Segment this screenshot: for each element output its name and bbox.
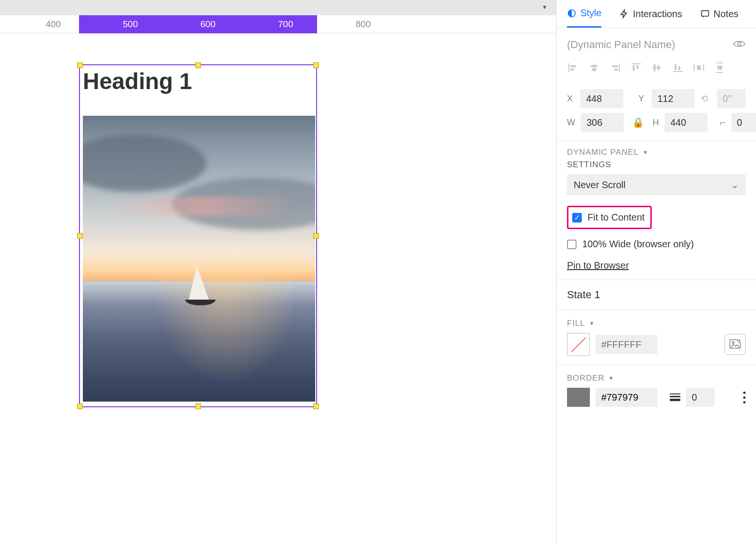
svg-rect-8 bbox=[592, 69, 597, 71]
align-top-icon[interactable] bbox=[630, 62, 642, 73]
distribute-h-icon[interactable] bbox=[693, 62, 705, 73]
svg-rect-4 bbox=[570, 65, 576, 67]
fill-header[interactable]: FILL▼ bbox=[567, 319, 746, 328]
style-icon bbox=[567, 9, 577, 18]
boat-graphic bbox=[185, 293, 214, 336]
canvas-toolbar: ▼ bbox=[0, 0, 556, 15]
h-label: H bbox=[653, 118, 659, 128]
canvas-body[interactable]: Heading 1 bbox=[0, 33, 556, 544]
notes-icon bbox=[700, 9, 710, 19]
svg-rect-14 bbox=[637, 65, 638, 69]
align-bottom-icon[interactable] bbox=[672, 62, 684, 73]
svg-rect-24 bbox=[716, 62, 723, 63]
svg-rect-6 bbox=[594, 63, 595, 72]
alignment-toolbar bbox=[557, 60, 756, 78]
border-width-icon[interactable] bbox=[670, 393, 680, 401]
lock-aspect-icon[interactable]: 🔒 bbox=[632, 117, 644, 128]
resize-handle-tr[interactable] bbox=[313, 62, 319, 68]
svg-rect-16 bbox=[654, 64, 656, 71]
dynamic-panel-header[interactable]: DYNAMIC PANEL▼ bbox=[567, 148, 746, 157]
chevron-down-icon: ▼ bbox=[589, 320, 595, 327]
chevron-down-icon: ▼ bbox=[608, 375, 615, 382]
toolbar-caret-icon[interactable]: ▼ bbox=[542, 4, 547, 10]
x-label: X bbox=[567, 94, 575, 104]
scroll-select-value: Never Scroll bbox=[574, 180, 626, 191]
svg-rect-12 bbox=[631, 63, 641, 64]
resize-handle-bm[interactable] bbox=[195, 403, 201, 409]
resize-handle-tm[interactable] bbox=[195, 62, 201, 68]
y-input[interactable] bbox=[652, 89, 695, 108]
visibility-icon[interactable] bbox=[733, 39, 746, 51]
hundred-wide-checkbox[interactable] bbox=[567, 240, 577, 249]
svg-rect-18 bbox=[673, 71, 683, 72]
horizontal-ruler[interactable]: 400 500 600 700 800 bbox=[0, 15, 556, 33]
tab-notes[interactable]: Notes bbox=[700, 8, 738, 28]
svg-rect-25 bbox=[716, 72, 723, 73]
properties-panel: Style Interactions Notes (Dynamic Panel … bbox=[556, 0, 756, 544]
tab-interactions[interactable]: Interactions bbox=[619, 8, 682, 28]
rotate-icon[interactable]: ⟲ bbox=[700, 93, 708, 104]
svg-rect-7 bbox=[591, 65, 597, 67]
heading-text[interactable]: Heading 1 bbox=[80, 65, 316, 94]
border-swatch[interactable] bbox=[567, 388, 590, 407]
border-header[interactable]: BORDER▼ bbox=[567, 373, 746, 383]
scroll-select[interactable]: Never Scroll ⌄ bbox=[567, 174, 746, 195]
fit-to-content-checkbox[interactable]: ✓ bbox=[572, 213, 582, 222]
tab-interactions-label: Interactions bbox=[633, 9, 682, 20]
hundred-wide-label: 100% Wide (browser only) bbox=[582, 239, 694, 250]
canvas-area[interactable]: ▼ 400 500 600 700 800 Heading 1 bbox=[0, 0, 556, 544]
svg-rect-17 bbox=[657, 65, 659, 70]
resize-handle-bl[interactable] bbox=[77, 403, 83, 409]
panel-tabs: Style Interactions Notes bbox=[557, 0, 756, 28]
chevron-down-icon: ▼ bbox=[643, 149, 649, 156]
svg-rect-21 bbox=[694, 64, 695, 71]
width-input[interactable] bbox=[581, 113, 624, 132]
svg-rect-20 bbox=[678, 66, 680, 70]
height-input[interactable] bbox=[665, 113, 707, 132]
align-left-icon[interactable] bbox=[567, 62, 579, 73]
svg-rect-1 bbox=[701, 10, 708, 16]
svg-rect-9 bbox=[619, 63, 620, 72]
pin-to-browser-link[interactable]: Pin to Browser bbox=[567, 260, 629, 271]
svg-rect-13 bbox=[633, 65, 635, 71]
svg-rect-22 bbox=[703, 64, 704, 71]
resize-handle-ml[interactable] bbox=[77, 233, 83, 239]
svg-rect-26 bbox=[717, 66, 722, 70]
align-center-h-icon[interactable] bbox=[588, 62, 600, 73]
svg-rect-5 bbox=[570, 69, 574, 71]
align-right-icon[interactable] bbox=[609, 62, 621, 73]
svg-rect-11 bbox=[614, 69, 618, 71]
fill-hex-input[interactable] bbox=[596, 335, 657, 354]
element-name-input[interactable]: (Dynamic Panel Name) bbox=[567, 39, 675, 51]
corner-radius-input[interactable] bbox=[731, 113, 756, 132]
svg-rect-23 bbox=[697, 65, 701, 70]
lightning-icon bbox=[619, 9, 629, 19]
settings-label: SETTINGS bbox=[567, 160, 746, 170]
tab-style[interactable]: Style bbox=[567, 8, 601, 28]
selection-box[interactable]: Heading 1 bbox=[79, 64, 317, 407]
svg-rect-19 bbox=[675, 64, 676, 70]
align-middle-icon[interactable] bbox=[651, 62, 663, 73]
more-options-icon[interactable] bbox=[743, 392, 746, 403]
rotation-input[interactable] bbox=[717, 89, 746, 108]
resize-handle-mr[interactable] bbox=[313, 233, 319, 239]
state-row[interactable]: State 1 bbox=[557, 280, 756, 310]
chevron-down-icon: ⌄ bbox=[731, 179, 739, 191]
svg-rect-3 bbox=[568, 63, 569, 72]
border-hex-input[interactable] bbox=[596, 388, 657, 407]
resize-handle-tl[interactable] bbox=[77, 62, 83, 68]
corner-radius-icon: ⌐ bbox=[720, 117, 726, 128]
image-fill-button[interactable] bbox=[725, 334, 746, 355]
x-input[interactable] bbox=[580, 89, 623, 108]
w-label: W bbox=[567, 118, 575, 128]
resize-handle-br[interactable] bbox=[313, 403, 319, 409]
border-width-input[interactable] bbox=[686, 388, 715, 407]
fill-swatch[interactable] bbox=[567, 333, 590, 356]
tab-style-label: Style bbox=[580, 8, 601, 19]
fit-to-content-label: Fit to Content bbox=[587, 212, 645, 223]
image-placeholder[interactable] bbox=[83, 116, 315, 402]
svg-point-2 bbox=[738, 42, 741, 46]
svg-rect-10 bbox=[612, 65, 618, 67]
tab-notes-label: Notes bbox=[714, 9, 738, 20]
distribute-v-icon[interactable] bbox=[714, 62, 726, 73]
